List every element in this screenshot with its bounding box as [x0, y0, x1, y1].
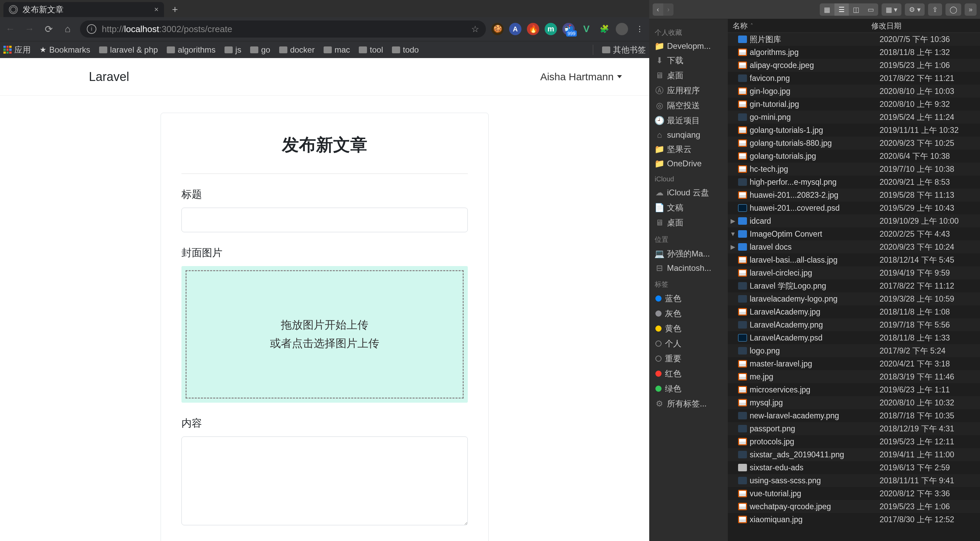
- bookmark-folder[interactable]: laravel & php: [99, 45, 158, 55]
- file-row[interactable]: using-sass-scss.png2018/11/11 下午 9:41: [728, 474, 980, 487]
- bookmark-star-icon[interactable]: ☆: [471, 24, 479, 35]
- new-tab-button[interactable]: +: [167, 2, 183, 17]
- file-row[interactable]: microservices.jpg2019/6/23 上午 1:11: [728, 383, 980, 396]
- sidebar-item[interactable]: 📁Developm...: [652, 39, 725, 53]
- file-row[interactable]: laravel-circleci.jpg2019/4/19 下午 9:59: [728, 267, 980, 279]
- bookmark-folder[interactable]: mac: [324, 45, 350, 55]
- file-row[interactable]: sixstar_ads_20190411.png2019/4/11 上午 11:…: [728, 448, 980, 461]
- file-row[interactable]: mysql.jpg2020/8/10 上午 10:32: [728, 396, 980, 409]
- file-row[interactable]: favicon.png2017/8/22 下午 11:21: [728, 72, 980, 85]
- file-row[interactable]: ▼ImageOptim Convert2020/2/25 下午 4:43: [728, 227, 980, 240]
- file-row[interactable]: go-mini.png2019/5/24 上午 11:24: [728, 111, 980, 124]
- sidebar-item[interactable]: 📄文稿: [652, 200, 725, 215]
- sidebar-item[interactable]: Ⓐ应用程序: [652, 83, 725, 98]
- file-row[interactable]: master-laravel.jpg2020/4/21 下午 3:18: [728, 357, 980, 370]
- file-row[interactable]: laravelacademy-logo.png2019/3/28 上午 10:5…: [728, 292, 980, 305]
- site-info-icon[interactable]: i: [87, 24, 96, 34]
- back-button[interactable]: ←: [3, 22, 17, 36]
- file-row[interactable]: xiaomiquan.jpg2017/8/30 上午 12:52: [728, 513, 980, 526]
- sidebar-item[interactable]: 🕘最近项目: [652, 113, 725, 128]
- cover-dropzone[interactable]: 拖放图片开始上传 或者点击选择图片上传: [181, 266, 468, 403]
- sidebar-item[interactable]: ☁iCloud 云盘: [652, 185, 725, 200]
- bookmark-folder[interactable]: algorithms: [167, 45, 216, 55]
- file-row[interactable]: vue-tutorial.jpg2020/8/12 下午 3:36: [728, 487, 980, 500]
- file-row[interactable]: passport.png2018/12/19 下午 4:31: [728, 422, 980, 435]
- tag-item[interactable]: 灰色: [652, 306, 725, 321]
- reload-button[interactable]: ⟳: [42, 22, 56, 36]
- disclosure-icon[interactable]: ▶: [728, 217, 738, 225]
- gallery-view-button[interactable]: ▭: [864, 3, 878, 16]
- file-row[interactable]: ▶laravel docs2020/9/23 下午 10:24: [728, 240, 980, 254]
- tags-button[interactable]: ◯: [945, 3, 961, 16]
- address-bar[interactable]: i http://localhost:3002/posts/create ☆: [80, 21, 486, 38]
- more-button[interactable]: »: [965, 3, 977, 16]
- file-row[interactable]: ▶idcard2019/10/29 上午 10:00: [728, 214, 980, 227]
- sidebar-item[interactable]: 💻孙强的Ma...: [652, 246, 725, 261]
- sidebar-item[interactable]: ⬇下载: [652, 53, 725, 68]
- extensions-menu-icon[interactable]: 🧩: [598, 23, 610, 35]
- file-row[interactable]: logo.png2017/9/2 下午 5:24: [728, 344, 980, 357]
- file-row[interactable]: golang-tutorials.jpg2020/6/4 下午 10:38: [728, 149, 980, 163]
- bookmark-folder[interactable]: js: [224, 45, 241, 55]
- all-tags-item[interactable]: ⚙ 所有标签...: [652, 396, 725, 411]
- sidebar-item[interactable]: ⌂sunqiang: [652, 128, 725, 142]
- extension-icon[interactable]: m: [545, 23, 557, 35]
- file-row[interactable]: wechatpay-qrcode.jpeg2019/5/23 上午 1:06: [728, 500, 980, 513]
- home-button[interactable]: ⌂: [61, 22, 75, 36]
- forward-button[interactable]: →: [22, 22, 36, 36]
- tag-item[interactable]: 绿色: [652, 381, 725, 396]
- share-button[interactable]: ⇪: [928, 3, 942, 16]
- file-row[interactable]: algorithms.jpg2018/11/8 上午 1:32: [728, 46, 980, 59]
- bookmark-folder[interactable]: tool: [359, 45, 383, 55]
- sidebar-item[interactable]: 🖥桌面: [652, 215, 725, 230]
- profile-avatar[interactable]: [616, 23, 628, 35]
- tag-item[interactable]: 蓝色: [652, 291, 725, 306]
- brand-logo[interactable]: Laravel: [89, 70, 129, 84]
- files-list[interactable]: 照片图库2020/7/5 下午 10:36algorithms.jpg2018/…: [728, 33, 980, 541]
- file-row[interactable]: protocols.jpg2019/5/23 上午 12:11: [728, 435, 980, 448]
- bookmark-folder[interactable]: todo: [392, 45, 419, 55]
- extension-icon[interactable]: A: [509, 23, 522, 35]
- close-icon[interactable]: ×: [154, 5, 159, 14]
- column-date[interactable]: 修改日期: [871, 21, 980, 31]
- file-row[interactable]: LaravelAcademy.jpg2018/11/8 上午 1:08: [728, 305, 980, 318]
- file-row[interactable]: alipay-qrcode.jpeg2019/5/23 上午 1:06: [728, 59, 980, 72]
- file-row[interactable]: huawei-201...20823-2.jpg2019/5/28 下午 11:…: [728, 189, 980, 201]
- file-row[interactable]: golang-tutorials-880.jpg2020/9/23 下午 10:…: [728, 136, 980, 149]
- file-row[interactable]: golang-tutorials-1.jpg2019/11/11 上午 10:3…: [728, 124, 980, 136]
- finder-forward-button[interactable]: ›: [663, 3, 674, 16]
- file-row[interactable]: sixstar-edu-ads2019/6/13 下午 2:59: [728, 461, 980, 474]
- bookmark-folder[interactable]: docker: [279, 45, 315, 55]
- sidebar-item[interactable]: ⊟Macintosh...: [652, 261, 725, 275]
- sidebar-item[interactable]: ◎隔空投送: [652, 98, 725, 113]
- file-row[interactable]: LaravelAcademy.png2019/7/18 下午 5:56: [728, 318, 980, 331]
- file-row[interactable]: Laravel 学院Logo.png2017/8/22 下午 11:12: [728, 279, 980, 292]
- column-view-button[interactable]: ◫: [849, 3, 864, 16]
- disclosure-icon[interactable]: ▶: [728, 243, 738, 251]
- sidebar-item[interactable]: 📁OneDrive: [652, 157, 725, 170]
- bookmark-folder[interactable]: go: [250, 45, 270, 55]
- file-row[interactable]: gin-logo.jpg2020/8/10 上午 10:03: [728, 85, 980, 98]
- group-by-button[interactable]: ▦ ▾: [881, 3, 902, 16]
- title-input[interactable]: [181, 208, 468, 232]
- file-row[interactable]: me.jpg2018/3/19 下午 11:46: [728, 370, 980, 383]
- file-row[interactable]: LaravelAcademy.psd2018/11/8 上午 1:33: [728, 331, 980, 344]
- tag-item[interactable]: 红色: [652, 366, 725, 381]
- sidebar-item[interactable]: 🖥桌面: [652, 68, 725, 83]
- list-view-button[interactable]: ☰: [834, 3, 849, 16]
- extension-icon[interactable]: 📬: [562, 23, 575, 35]
- file-row[interactable]: 照片图库2020/7/5 下午 10:36: [728, 33, 980, 46]
- browser-tab[interactable]: 发布新文章 ×: [3, 2, 164, 17]
- extension-icon[interactable]: 🍪: [492, 23, 504, 35]
- sidebar-item[interactable]: 📁坚果云: [652, 142, 725, 157]
- file-row[interactable]: hc-tech.jpg2019/7/10 上午 10:38: [728, 163, 980, 176]
- file-row[interactable]: gin-tutorial.jpg2020/8/10 上午 9:32: [728, 98, 980, 111]
- file-row[interactable]: high-perfor...e-mysql.png2020/9/21 上午 8:…: [728, 176, 980, 189]
- other-bookmarks[interactable]: 其他书签: [602, 44, 646, 56]
- file-row[interactable]: laravel-basi...all-class.jpg2018/12/14 下…: [728, 254, 980, 267]
- content-textarea[interactable]: [181, 436, 468, 525]
- tag-item[interactable]: 黄色: [652, 321, 725, 336]
- tag-item[interactable]: 个人: [652, 336, 725, 351]
- file-row[interactable]: huawei-201...covered.psd2019/5/29 上午 10:…: [728, 201, 980, 214]
- tag-item[interactable]: 重要: [652, 351, 725, 366]
